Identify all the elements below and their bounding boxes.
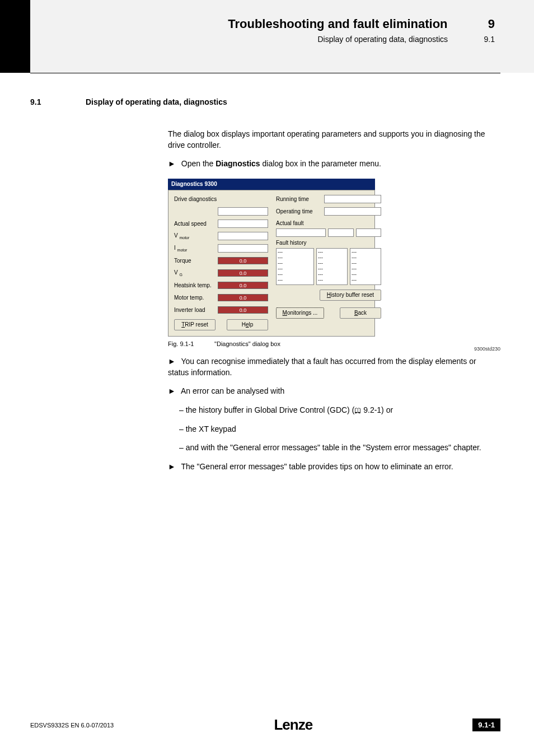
monitorings-button[interactable]: Monitorings ... <box>276 307 324 319</box>
help-button[interactable]: Help <box>227 319 268 330</box>
fault-history-grid: ------------------ ------------------ --… <box>276 248 381 285</box>
label-inverter-load: Inverter load <box>174 306 218 314</box>
label-heatsink: Heatsink temp. <box>174 282 218 290</box>
dialog-titlebar: Diagnostics 9300 <box>168 179 375 190</box>
arrow-icon: ► <box>168 386 176 395</box>
dash-xt-keypad: – the XT keypad <box>179 424 498 435</box>
figure-reference-code: 9300std230 <box>474 346 500 352</box>
book-icon: 🕮 <box>354 407 361 414</box>
label-i-motor: I motor <box>174 244 218 253</box>
vg-bar: 0.0 <box>218 269 268 277</box>
actual-speed-field[interactable] <box>218 220 268 228</box>
bullet-recognise-fault: ► You can recognise immediately that a f… <box>168 356 498 378</box>
header-divider <box>30 73 500 73</box>
open-bold: Diagnostics <box>216 159 260 168</box>
header-subtitle: Display of operating data, diagnostics <box>317 35 448 44</box>
dash-history-buffer: – the history buffer in Global Drive Con… <box>179 405 498 416</box>
fault-col-3[interactable]: ------------------ <box>350 248 381 285</box>
actual-fault-field-2[interactable] <box>328 228 354 237</box>
back-button[interactable]: Back <box>340 307 381 319</box>
figure-caption-text: "Diagnostics" dialog box <box>214 340 280 347</box>
bullet-error-analysed: ► An error can be analysed with <box>168 386 498 397</box>
chapter-title: Troubleshooting and fault elimination <box>228 17 447 31</box>
motor-temp-bar: 0.0 <box>218 294 268 301</box>
torque-bar: 0.0 <box>218 257 268 264</box>
label-motor-temp: Motor temp. <box>174 294 218 302</box>
label-fault-history: Fault history <box>276 239 381 247</box>
label-v-motor: V motor <box>174 232 218 241</box>
content-area: The dialog box displays important operat… <box>168 129 498 480</box>
dialog-body: Drive diagnostics Actual speed V motor I… <box>168 190 375 337</box>
doc-id: EDSVS9332S EN 6.0-07/2013 <box>30 722 114 729</box>
v-motor-field[interactable] <box>218 232 268 240</box>
arrow-icon: ► <box>168 357 176 366</box>
open-prefix: Open the <box>181 159 216 168</box>
page-footer: EDSVS9332S EN 6.0-07/2013 Lenze 9.1-1 <box>30 716 500 734</box>
trip-reset-button[interactable]: TRIP reset <box>174 319 216 330</box>
figure-number: Fig. 9.1-1 <box>168 340 213 348</box>
heatsink-bar: 0.0 <box>218 282 268 289</box>
i-motor-field[interactable] <box>218 244 268 253</box>
history-buffer-reset-button[interactable]: History buffer reset <box>320 290 381 301</box>
label-operating-time: Operating time <box>276 208 324 216</box>
header-subtitle-num: 9.1 <box>472 35 495 44</box>
label-drive-diagnostics: Drive diagnostics <box>174 195 218 203</box>
section-heading: 9.1 Display of operating data, diagnosti… <box>30 97 500 106</box>
dialog-left-column: Drive diagnostics Actual speed V motor I… <box>174 195 268 330</box>
open-diagnostics-line: ► Open the Diagnostics dialog box in the… <box>168 158 498 170</box>
page-number: 9.1-1 <box>472 718 500 731</box>
left-black-bar <box>0 0 30 73</box>
section-number: 9.1 <box>30 97 83 106</box>
fault-col-1[interactable]: ------------------ <box>276 248 314 285</box>
chapter-number: 9 <box>472 17 495 31</box>
label-actual-speed: Actual speed <box>174 220 218 228</box>
arrow-icon: ► <box>168 159 176 168</box>
dialog-right-column: Running time Operating time Actual fault… <box>276 195 381 330</box>
actual-fault-field-1[interactable] <box>276 228 326 237</box>
brand-logo: Lenze <box>274 716 312 734</box>
figure-caption: Fig. 9.1-1 "Diagnostics" dialog box <box>168 340 498 348</box>
label-running-time: Running time <box>276 195 324 203</box>
fault-col-2[interactable]: ------------------ <box>316 248 348 285</box>
drive-diagnostics-field[interactable] <box>218 207 268 216</box>
actual-fault-field-3[interactable] <box>356 228 382 237</box>
running-time-field[interactable] <box>324 195 381 203</box>
bullet-tips: ► The "General error messages" table pro… <box>168 461 498 473</box>
diagnostics-dialog: Diagnostics 9300 Drive diagnostics Actua… <box>168 179 375 337</box>
dash-general-error: – and with the "General error messages" … <box>179 442 498 454</box>
intro-paragraph: The dialog box displays important operat… <box>168 129 498 151</box>
open-suffix: dialog box in the parameter menu. <box>260 159 381 168</box>
label-torque: Torque <box>174 257 218 265</box>
inverter-load-bar: 0.0 <box>218 306 268 314</box>
section-title: Display of operating data, diagnostics <box>86 97 227 106</box>
page-header: Troubleshooting and fault elimination 9 … <box>30 0 534 73</box>
label-actual-fault: Actual fault <box>276 220 381 227</box>
label-vg: V G <box>174 269 218 278</box>
arrow-icon: ► <box>168 462 176 471</box>
operating-time-field[interactable] <box>324 207 381 216</box>
